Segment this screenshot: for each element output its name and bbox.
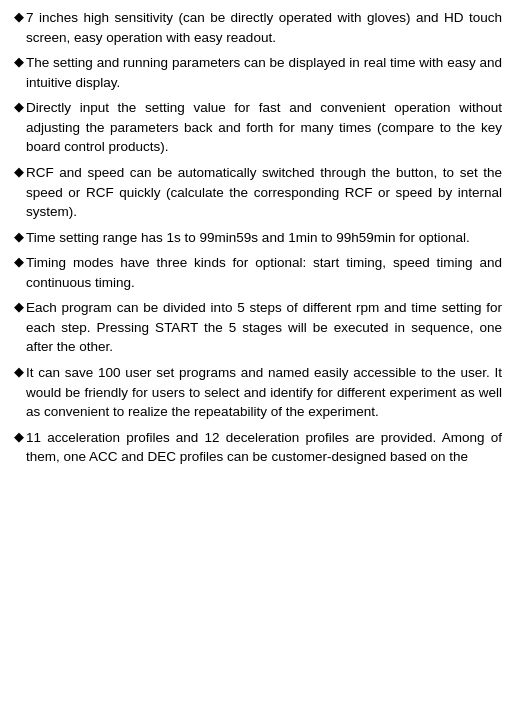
bullet-text-7: Each program can be divided into 5 steps…	[26, 298, 502, 357]
bullet-diamond-icon: ◆	[14, 8, 24, 27]
bullet-text-8: It can save 100 user set programs and na…	[26, 363, 502, 422]
bullet-block-5: ◆Time setting range has 1s to 99min59s a…	[14, 228, 502, 248]
bullet-text-2: The setting and running parameters can b…	[26, 53, 502, 92]
bullet-diamond-icon: ◆	[14, 98, 24, 117]
bullet-block-4: ◆RCF and speed can be automatically swit…	[14, 163, 502, 222]
bullet-diamond-icon: ◆	[14, 163, 24, 182]
bullet-diamond-icon: ◆	[14, 228, 24, 247]
bullet-text-9: 11 acceleration profiles and 12 decelera…	[26, 428, 502, 467]
bullet-text-3: Directly input the setting value for fas…	[26, 98, 502, 157]
bullet-diamond-icon: ◆	[14, 428, 24, 447]
bullet-text-6: Timing modes have three kinds for option…	[26, 253, 502, 292]
bullet-block-3: ◆Directly input the setting value for fa…	[14, 98, 502, 157]
bullet-diamond-icon: ◆	[14, 253, 24, 272]
bullet-diamond-icon: ◆	[14, 53, 24, 72]
bullet-block-9: ◆11 acceleration profiles and 12 deceler…	[14, 428, 502, 467]
bullet-block-8: ◆It can save 100 user set programs and n…	[14, 363, 502, 422]
bullet-text-1: 7 inches high sensitivity (can be direct…	[26, 8, 502, 47]
bullet-block-6: ◆Timing modes have three kinds for optio…	[14, 253, 502, 292]
bullet-text-4: RCF and speed can be automatically switc…	[26, 163, 502, 222]
bullet-block-7: ◆Each program can be divided into 5 step…	[14, 298, 502, 357]
bullet-diamond-icon: ◆	[14, 298, 24, 317]
bullet-block-2: ◆The setting and running parameters can …	[14, 53, 502, 92]
bullet-text-5: Time setting range has 1s to 99min59s an…	[26, 228, 502, 248]
bullet-block-1: ◆7 inches high sensitivity (can be direc…	[14, 8, 502, 47]
main-content: ◆7 inches high sensitivity (can be direc…	[0, 0, 516, 483]
bullet-diamond-icon: ◆	[14, 363, 24, 382]
